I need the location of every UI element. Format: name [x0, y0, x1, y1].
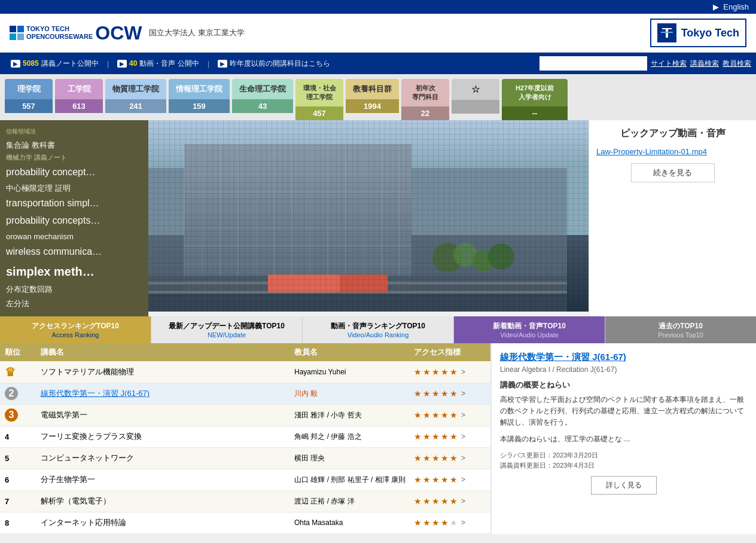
arrow-btn-4[interactable]: >	[461, 432, 465, 441]
tag-8[interactable]: wireless communica…	[6, 243, 142, 261]
arrow-btn-8[interactable]: >	[461, 518, 465, 527]
detail-button[interactable]: 詳しく見る	[591, 476, 657, 495]
arrow-btn-3[interactable]: >	[461, 411, 465, 419]
course-description: 高校で学習した平面および空間のベクトルに関する基本事項を踏まえ、一般の数ベクトル…	[500, 394, 748, 429]
tag-7[interactable]: orowan mechanism	[6, 230, 142, 243]
tag-11[interactable]: 左分法	[6, 297, 142, 310]
title-6[interactable]: 分子生物学第一	[41, 474, 294, 485]
tsuzuki-button[interactable]: 続きを見る	[631, 163, 715, 182]
logo-text: TOKYO TECH OPENCOURSEWARE OCW 国立大学法人 東京工…	[10, 22, 245, 44]
play-icon-3: ▶	[218, 60, 227, 68]
header-access: アクセス指標	[414, 347, 486, 358]
arrow-btn-5[interactable]: >	[461, 454, 465, 462]
faculty-name-kankyo: 環境・社会理工学院	[295, 79, 343, 106]
header-rank: 順位	[5, 347, 41, 358]
tab-video-update[interactable]: 新着動画・音声TOP10 Video/Audio Update	[454, 316, 605, 343]
star-icon: ★	[432, 518, 440, 527]
faculty-tab-rike[interactable]: 理学院 557	[5, 79, 53, 120]
faculty-tab-h27[interactable]: H27年度以前入学者向け --	[502, 79, 568, 120]
title-5[interactable]: コンピュータネットワーク	[41, 453, 294, 463]
star-icon: ★	[441, 410, 449, 420]
tag-5[interactable]: transportation simpl…	[6, 195, 142, 212]
teacher-2[interactable]: 川内 毅	[294, 389, 414, 399]
svg-rect-28	[268, 274, 340, 292]
arrow-btn-6[interactable]: >	[461, 475, 465, 484]
pickup-panel: ピックアップ動画・音声 Law-Property-Limitation-01.m…	[589, 120, 756, 316]
tab-previous[interactable]: 過去のTOP10 Previous Top10	[605, 316, 756, 343]
search-input[interactable]	[539, 56, 647, 71]
faculty-tab-busshitsu[interactable]: 物質理工学院 241	[105, 79, 166, 120]
tag-2[interactable]: 機械力学 講義ノート	[6, 152, 142, 164]
nav-lecture-notes[interactable]: ▶ 5085 講義ノート公開中	[5, 56, 105, 71]
star-icon: ★	[432, 410, 440, 420]
rank-5: 5	[5, 454, 41, 463]
faculty-tab-kankyo[interactable]: 環境・社会理工学院 457	[295, 79, 343, 120]
tokyotech-logo[interactable]: Tokyo Tech	[650, 19, 746, 47]
star-icon: ★	[441, 389, 449, 398]
search-area: サイト検索 講義検索 教員検索	[539, 56, 751, 71]
arrow-btn-7[interactable]: >	[461, 497, 465, 505]
tag-1[interactable]: 集合論 教科書	[6, 138, 142, 152]
tag-3[interactable]: probability concept…	[6, 164, 142, 181]
tab-video-sublabel: Video/Audio Ranking	[305, 331, 451, 338]
tab-video-ranking[interactable]: 動画・音声ランキングTOP10 Video/Audio Ranking	[303, 316, 454, 343]
tag-4[interactable]: 中心極限定理 証明	[6, 181, 142, 195]
english-link[interactable]: English	[723, 2, 749, 11]
access-3: ★ ★ ★ ★ ★ >	[414, 410, 486, 420]
teacher-8: Ohta Masataka	[294, 518, 414, 527]
title-4[interactable]: フーリエ変換とラプラス変換	[41, 431, 294, 442]
faculty-tab-star[interactable]: ☆	[452, 79, 499, 120]
svg-point-33	[488, 243, 514, 270]
faculty-tab-kyoyo[interactable]: 教養科目群 1994	[346, 79, 399, 120]
nav-divider-2: |	[205, 59, 212, 68]
faculty-tab-shonen[interactable]: 初年次専門科目 22	[401, 79, 449, 120]
tab-access-ranking[interactable]: アクセスランキングTOP10 Access Ranking	[0, 316, 151, 343]
faculty-tab-kougaku[interactable]: 工学院 613	[55, 79, 103, 120]
tab-access-label: アクセスランキングTOP10	[2, 321, 148, 331]
svg-point-30	[432, 243, 462, 273]
arrow-btn-2[interactable]: >	[461, 389, 465, 398]
teacher-search-btn[interactable]: 教員検索	[723, 59, 751, 69]
site-search-btn[interactable]: サイト検索	[651, 59, 687, 69]
star-icon: ★	[441, 453, 449, 463]
access-5: ★ ★ ★ ★ ★ >	[414, 453, 486, 463]
logo-squares-icon	[10, 26, 24, 40]
star-icon: ★	[450, 496, 458, 506]
tab-new-update[interactable]: 最新／アップデート公開講義TOP10 NEW/Update	[151, 316, 303, 343]
teacher-5: 横田 理央	[294, 453, 414, 463]
table-row: ♛ ソフトマテリアル機能物理 Hayamizu Yuhei ★ ★ ★ ★ ★ …	[0, 361, 490, 383]
rank-7: 7	[5, 497, 41, 506]
logo-area: TOKYO TECH OPENCOURSEWARE OCW 国立大学法人 東京工…	[10, 22, 245, 44]
title-1[interactable]: ソフトマテリアル機能物理	[41, 367, 294, 377]
rank-3: 3	[5, 408, 41, 422]
course-detail-title[interactable]: 線形代数学第一・演習 J(61-67)	[500, 352, 748, 363]
tokyotech-label: Tokyo Tech	[681, 27, 739, 39]
title-8[interactable]: インターネット応用特論	[41, 517, 294, 528]
table-row: 8 インターネット応用特論 Ohta Masataka ★ ★ ★ ★ ★ >	[0, 513, 490, 534]
star-icon: ★	[432, 496, 440, 506]
table-row: 2 線形代数学第一・演習 J(61-67) 川内 毅 ★ ★ ★ ★ ★ >	[0, 383, 490, 405]
pickup-link[interactable]: Law-Property-Limitation-01.mp4	[596, 147, 749, 156]
arrow-btn-1[interactable]: >	[461, 368, 465, 376]
nav-videos[interactable]: ▶ 40 動画・音声 公開中	[111, 56, 205, 71]
rank-4: 4	[5, 432, 41, 441]
star-icon: ★	[441, 496, 449, 506]
title-3[interactable]: 電磁気学第一	[41, 410, 294, 420]
tag-9[interactable]: simplex meth…	[6, 261, 142, 282]
title-7[interactable]: 解析学（電気電子）	[41, 496, 294, 507]
lecture-search-btn[interactable]: 講義検索	[690, 59, 719, 69]
ocw-label: OCW	[95, 22, 142, 44]
star-icon: ★	[450, 432, 458, 441]
faculty-tab-joho[interactable]: 情報理工学院 159	[169, 79, 230, 120]
access-4: ★ ★ ★ ★ ★ >	[414, 432, 486, 441]
title-2[interactable]: 線形代数学第一・演習 J(61-67)	[41, 388, 294, 399]
nav-past-courses[interactable]: ▶ 昨年度以前の開講科目はこちら	[212, 56, 336, 71]
tag-10[interactable]: 分布定数回路	[6, 282, 142, 296]
faculty-tab-seimei[interactable]: 生命理工学院 43	[232, 79, 293, 120]
faculty-count-rike: 557	[5, 99, 53, 113]
table-row: 7 解析学（電気電子） 渡辺 正裕 / 赤塚 洋 ★ ★ ★ ★ ★ >	[0, 491, 490, 513]
table-row: 3 電磁気学第一 淺田 雅洋 / 小寺 哲夫 ★ ★ ★ ★ ★ >	[0, 405, 490, 426]
material-update: 講義資料更新日：2023年4月3日	[500, 461, 748, 470]
bottom-section: 順位 講義名 教員名 アクセス指標 ♛ ソフトマテリアル機能物理 Hayamiz…	[0, 343, 756, 534]
tag-6[interactable]: probability concepts…	[6, 212, 142, 230]
